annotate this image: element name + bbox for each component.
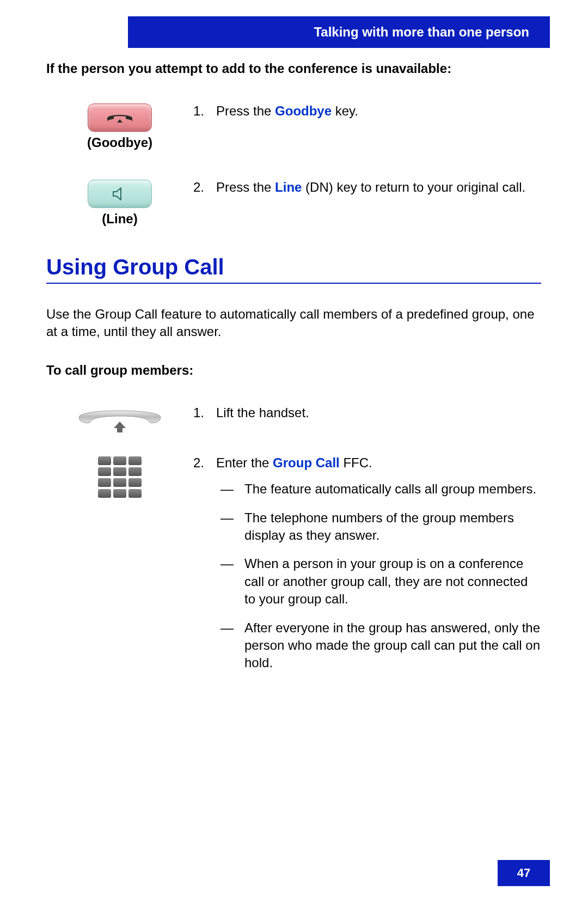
goodbye-key-label: (Goodbye) [87, 135, 152, 150]
note-item: After everyone in the group has answered… [244, 619, 541, 672]
header-title: Talking with more than one person [314, 25, 529, 40]
note-item: The telephone numbers of the group membe… [244, 509, 541, 545]
speaker-icon [111, 186, 128, 202]
line-link: Line [275, 180, 302, 194]
lift-handset-icon [74, 405, 166, 436]
keypad-icon-col [46, 454, 193, 498]
step-line: (Line) 2. Press the Line (DN) key to ret… [46, 179, 541, 227]
to-call-group-heading: To call group members: [46, 363, 541, 378]
line-key-label: (Line) [102, 211, 137, 227]
step-text: 1. Press the Goodbye key. [193, 102, 541, 120]
scenario-heading: If the person you attempt to add to the … [46, 61, 541, 76]
header-banner: Talking with more than one person [128, 16, 550, 48]
step-text: 1. Lift the handset. [193, 404, 541, 422]
hangup-icon [104, 109, 136, 126]
step-instruction: Press the Goodbye key. [216, 102, 358, 120]
page-number: 47 [498, 860, 550, 886]
group-call-notes: —The feature automatically calls all gro… [216, 480, 541, 672]
step-number: 1. [193, 102, 216, 120]
step-instruction: Lift the handset. [216, 404, 309, 422]
step-number: 1. [193, 404, 216, 422]
step-instruction: Enter the Group Call FFC. [216, 455, 372, 470]
note-item: The feature automatically calls all grou… [244, 480, 536, 498]
page-content: If the person you attempt to add to the … [46, 61, 541, 683]
step-number: 2. [193, 454, 216, 472]
line-key-icon [88, 180, 152, 208]
group-call-intro: Use the Group Call feature to automatica… [46, 306, 541, 341]
gstep-enter-ffc: 2. Enter the Group Call FFC. —The featur… [46, 454, 541, 683]
handset-icon-col [46, 404, 193, 436]
gstep-lift-handset: 1. Lift the handset. [46, 404, 541, 436]
section-using-group-call: Using Group Call [46, 255, 541, 284]
goodbye-key-icon [88, 103, 152, 132]
step-text: 2. Press the Line (DN) key to return to … [193, 179, 541, 196]
step-instruction: Press the Line (DN) key to return to you… [216, 179, 525, 196]
step-number: 2. [193, 179, 216, 196]
goodbye-link: Goodbye [275, 103, 332, 118]
line-key-col: (Line) [46, 179, 193, 227]
step-text: 2. Enter the Group Call FFC. —The featur… [193, 454, 541, 683]
keypad-icon [98, 456, 142, 498]
goodbye-key-col: (Goodbye) [46, 102, 193, 150]
group-call-link: Group Call [273, 455, 340, 470]
step-goodbye: (Goodbye) 1. Press the Goodbye key. [46, 102, 541, 150]
note-item: When a person in your group is on a conf… [244, 555, 541, 608]
